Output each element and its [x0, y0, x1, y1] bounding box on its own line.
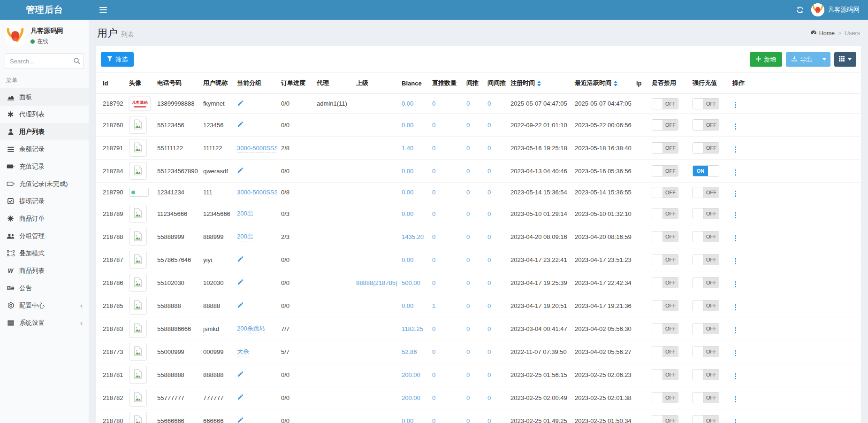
- edit-group-pencil-icon[interactable]: [237, 121, 244, 128]
- row-actions-icon[interactable]: [732, 418, 739, 423]
- toggle-switch[interactable]: OFF: [693, 119, 719, 131]
- toggle-switch[interactable]: OFF: [652, 346, 678, 357]
- blance-link[interactable]: 1182.25: [402, 325, 423, 332]
- avatar[interactable]: [129, 188, 149, 197]
- edit-group-pencil-icon[interactable]: [237, 278, 244, 285]
- direct-link[interactable]: 0: [432, 145, 435, 152]
- search-input[interactable]: [5, 53, 84, 69]
- edit-group-pencil-icon[interactable]: [237, 100, 244, 107]
- toggle-switch[interactable]: OFF: [693, 277, 719, 288]
- row-actions-icon[interactable]: [732, 211, 739, 220]
- blance-link[interactable]: 0.00: [402, 256, 413, 263]
- blance-link[interactable]: 200.00: [402, 394, 420, 401]
- blance-link[interactable]: 0.00: [402, 100, 413, 107]
- avatar[interactable]: [129, 228, 147, 246]
- sidebar-item-product-orders[interactable]: 商品订单: [0, 210, 89, 227]
- sidebar-item-withdraw-records[interactable]: 提现记录: [0, 192, 89, 210]
- breadcrumb-home[interactable]: Home: [810, 30, 835, 37]
- direct-link[interactable]: 0: [432, 122, 435, 129]
- blance-link[interactable]: 0.00: [402, 417, 413, 423]
- indirect2-link[interactable]: 0: [487, 168, 491, 175]
- blance-link[interactable]: 0.00: [402, 210, 413, 217]
- export-button[interactable]: 导出: [786, 52, 818, 67]
- sidebar-item-recharge-records-unfinished[interactable]: 充值记录(未完成): [0, 175, 89, 192]
- indirect-link[interactable]: 0: [466, 168, 470, 175]
- toggle-switch[interactable]: OFF: [652, 142, 678, 154]
- toggle-switch[interactable]: OFF: [652, 323, 678, 334]
- indirect-link[interactable]: 0: [466, 233, 470, 240]
- sidebar-item-overlay-mode[interactable]: 叠加模式: [0, 245, 89, 262]
- sidebar-item-agent-list[interactable]: 代理列表: [0, 106, 89, 123]
- direct-link[interactable]: 0: [432, 279, 435, 286]
- indirect-link[interactable]: 0: [466, 122, 470, 129]
- blance-link[interactable]: 200.00: [402, 371, 420, 378]
- indirect-link[interactable]: 0: [466, 279, 470, 286]
- search-icon[interactable]: [73, 57, 80, 64]
- row-actions-icon[interactable]: [732, 100, 739, 109]
- indirect2-link[interactable]: 0: [487, 348, 491, 355]
- direct-link[interactable]: 0: [432, 256, 435, 263]
- toggle-switch[interactable]: OFF: [652, 119, 678, 131]
- toggle-switch[interactable]: OFF: [652, 300, 678, 311]
- row-actions-icon[interactable]: [732, 145, 739, 154]
- sidebar-item-user-list[interactable]: 用户列表: [0, 123, 89, 140]
- toggle-switch[interactable]: OFF: [652, 165, 678, 177]
- sidebar-item-balance-records[interactable]: 余额记录: [0, 140, 89, 158]
- row-actions-icon[interactable]: [732, 168, 739, 177]
- row-actions-icon[interactable]: [732, 326, 739, 335]
- sort-icon[interactable]: [614, 81, 617, 86]
- avatar[interactable]: [129, 412, 147, 423]
- edit-group-pencil-icon[interactable]: [237, 370, 244, 377]
- direct-link[interactable]: 0: [432, 233, 435, 240]
- direct-link[interactable]: 0: [432, 394, 435, 401]
- toggle-switch[interactable]: OFF: [652, 369, 678, 380]
- avatar[interactable]: [129, 116, 147, 134]
- row-actions-icon[interactable]: [732, 372, 739, 381]
- toggle-switch[interactable]: OFF: [652, 231, 678, 242]
- avatar[interactable]: [129, 343, 147, 361]
- column-header-active_time[interactable]: 最近活跃时间: [571, 73, 632, 94]
- indirect2-link[interactable]: 0: [487, 210, 491, 217]
- refresh-icon[interactable]: [796, 6, 804, 14]
- sidebar-item-recharge-records[interactable]: 充值记录: [0, 158, 89, 175]
- toggle-switch[interactable]: OFF: [652, 187, 678, 198]
- avatar[interactable]: [129, 366, 147, 384]
- blance-link[interactable]: 0.00: [402, 302, 413, 309]
- indirect-link[interactable]: 0: [466, 100, 470, 107]
- row-actions-icon[interactable]: [732, 303, 739, 312]
- indirect-link[interactable]: 0: [466, 417, 470, 423]
- group-link[interactable]: 大杀: [237, 348, 249, 356]
- indirect-link[interactable]: 0: [466, 371, 470, 378]
- edit-group-pencil-icon[interactable]: [237, 393, 244, 400]
- sidebar-item-announcement[interactable]: Bē公告: [0, 279, 89, 297]
- avatar[interactable]: [129, 139, 147, 157]
- export-dropdown-button[interactable]: [818, 52, 830, 67]
- sidebar-item-system-settings[interactable]: 系统设置‹: [0, 314, 89, 331]
- row-actions-icon[interactable]: [732, 395, 739, 404]
- toggle-switch[interactable]: OFF: [652, 277, 678, 288]
- filter-button[interactable]: 筛选: [101, 52, 134, 67]
- toggle-switch[interactable]: OFF: [693, 392, 719, 403]
- blance-link[interactable]: 1435.20: [402, 233, 424, 240]
- blance-link[interactable]: 0.00: [402, 122, 413, 129]
- sidebar-item-config-center[interactable]: 配置中心‹: [0, 297, 89, 314]
- user-menu[interactable]: 凡客源码网: [811, 3, 860, 16]
- direct-link[interactable]: 0: [432, 371, 435, 378]
- toggle-switch[interactable]: OFF: [693, 415, 719, 423]
- sort-icon[interactable]: [537, 81, 541, 86]
- group-link[interactable]: 200出: [237, 233, 253, 241]
- row-actions-icon[interactable]: [732, 189, 739, 198]
- toggle-switch[interactable]: OFF: [693, 369, 719, 380]
- toggle-switch[interactable]: OFF: [693, 208, 719, 219]
- indirect2-link[interactable]: 0: [487, 417, 491, 423]
- toggle-switch[interactable]: OFF: [693, 231, 719, 242]
- brand[interactable]: 管理后台: [0, 0, 89, 20]
- indirect2-link[interactable]: 0: [487, 325, 491, 332]
- indirect-link[interactable]: 0: [466, 348, 470, 355]
- toggle-switch[interactable]: OFF: [652, 208, 678, 219]
- indirect-link[interactable]: 0: [466, 256, 470, 263]
- sidebar-item-panel[interactable]: 面板: [0, 88, 89, 106]
- column-header-reg_time[interactable]: 注册时间: [507, 73, 571, 94]
- indirect-link[interactable]: 0: [466, 145, 470, 152]
- indirect2-link[interactable]: 0: [487, 100, 491, 107]
